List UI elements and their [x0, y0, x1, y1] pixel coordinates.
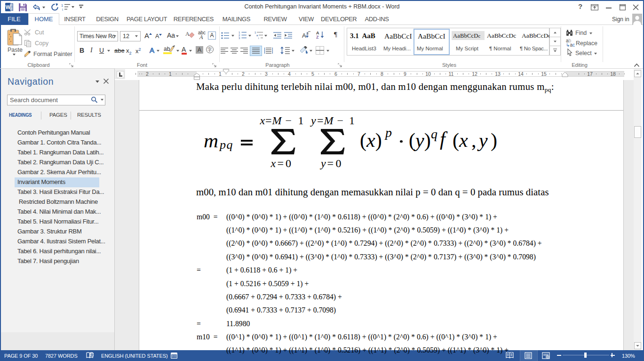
svg-text:1: 1 — [61, 3, 63, 8]
svg-text:i: i — [62, 8, 63, 11]
svg-text:A: A — [185, 31, 190, 37]
svg-text:A: A — [302, 32, 306, 39]
svg-text:W: W — [6, 4, 11, 10]
svg-text:3: 3 — [239, 37, 240, 39]
svg-text:i: i — [258, 37, 259, 39]
svg-text:Z: Z — [316, 35, 319, 39]
